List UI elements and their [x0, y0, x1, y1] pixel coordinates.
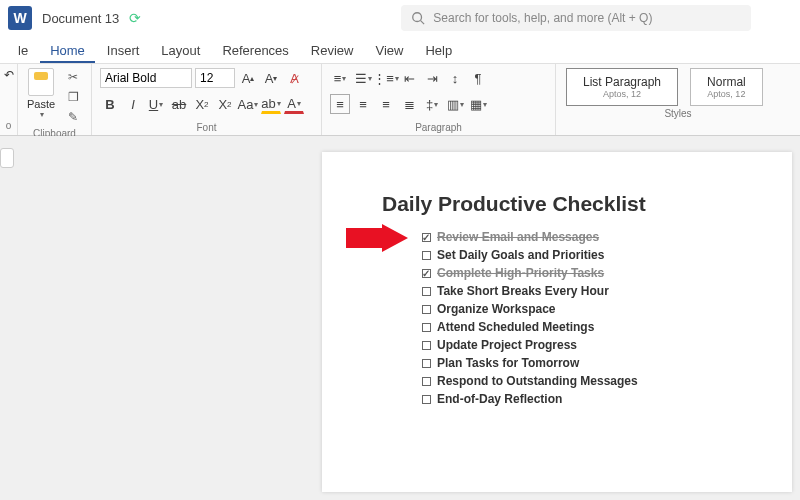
font-size-select[interactable]	[195, 68, 235, 88]
subscript-button[interactable]: X2	[192, 94, 212, 114]
ribbon: ↶ o Paste ▾ ✂ ❐ ✎ Clipboard A▴ A▾ A̷	[0, 64, 800, 136]
menu-home[interactable]: Home	[40, 38, 95, 63]
bullets-button[interactable]: ≡▾	[330, 68, 350, 88]
checkbox-icon[interactable]	[422, 323, 431, 332]
menu-insert[interactable]: Insert	[97, 38, 150, 63]
document-title: Document 13	[42, 11, 119, 26]
highlight-button[interactable]: ab▾	[261, 94, 281, 114]
justify-button[interactable]: ≣	[399, 94, 419, 114]
clear-format-icon[interactable]: A̷	[284, 68, 304, 88]
checklist-item[interactable]: Take Short Breaks Every Hour	[422, 282, 762, 300]
superscript-button[interactable]: X2	[215, 94, 235, 114]
font-color-button[interactable]: A▾	[284, 94, 304, 114]
styles-group: List ParagraphAptos, 12NormalAptos, 12 S…	[556, 64, 800, 135]
search-box[interactable]: Search for tools, help, and more (Alt + …	[401, 5, 751, 31]
indent-inc-button[interactable]: ⇥	[422, 68, 442, 88]
menu-help[interactable]: Help	[415, 38, 462, 63]
checkbox-icon[interactable]	[422, 269, 431, 278]
paragraph-group: ≡▾ ☰▾ ⋮≡▾ ⇤ ⇥ ↕ ¶ ≡ ≡ ≡ ≣ ‡▾ ▥▾ ▦▾ Parag…	[322, 64, 556, 135]
ribbon-collapse[interactable]: ↶ o	[0, 64, 18, 135]
paste-button[interactable]: Paste ▾	[26, 68, 56, 119]
side-pane-tab[interactable]	[0, 148, 14, 168]
clipboard-group: Paste ▾ ✂ ❐ ✎ Clipboard	[18, 64, 92, 135]
format-painter-icon[interactable]: ✎	[63, 108, 83, 126]
sort-button[interactable]: ↕	[445, 68, 465, 88]
line-spacing-button[interactable]: ‡▾	[422, 94, 442, 114]
shrink-font-icon[interactable]: A▾	[261, 68, 281, 88]
checklist-item[interactable]: Complete High-Priority Tasks	[422, 264, 762, 282]
checklist-item[interactable]: Update Project Progress	[422, 336, 762, 354]
checkbox-icon[interactable]	[422, 395, 431, 404]
search-placeholder: Search for tools, help, and more (Alt + …	[433, 11, 652, 25]
cut-icon[interactable]: ✂	[63, 68, 83, 86]
style-gallery: List ParagraphAptos, 12NormalAptos, 12	[566, 68, 790, 106]
document-area: Daily Productive Checklist Review Email …	[0, 136, 800, 500]
font-name-select[interactable]	[100, 68, 192, 88]
undo-icon[interactable]: ↶	[4, 68, 14, 82]
checklist-item[interactable]: Plan Tasks for Tomorrow	[422, 354, 762, 372]
checkbox-icon[interactable]	[422, 287, 431, 296]
align-center-button[interactable]: ≡	[353, 94, 373, 114]
checklist-item[interactable]: Attend Scheduled Meetings	[422, 318, 762, 336]
checklist-item[interactable]: Respond to Outstanding Messages	[422, 372, 762, 390]
word-app-icon: W	[8, 6, 32, 30]
autosave-icon[interactable]: ⟳	[129, 10, 141, 26]
menu-layout[interactable]: Layout	[151, 38, 210, 63]
align-right-button[interactable]: ≡	[376, 94, 396, 114]
italic-button[interactable]: I	[123, 94, 143, 114]
case-button[interactable]: Aa▾	[238, 94, 258, 114]
doc-heading: Daily Productive Checklist	[382, 192, 762, 216]
strike-button[interactable]: ab	[169, 94, 189, 114]
copy-icon[interactable]: ❐	[63, 88, 83, 106]
checklist-item[interactable]: Set Daily Goals and Priorities	[422, 246, 762, 264]
search-icon	[411, 11, 425, 25]
font-label: Font	[100, 122, 313, 133]
checklist-item[interactable]: Review Email and Messages	[422, 228, 762, 246]
svg-line-1	[421, 21, 425, 25]
checkbox-icon[interactable]	[422, 359, 431, 368]
checkbox-icon[interactable]	[422, 233, 431, 242]
shading-button[interactable]: ▥▾	[445, 94, 465, 114]
bold-button[interactable]: B	[100, 94, 120, 114]
align-left-button[interactable]: ≡	[330, 94, 350, 114]
paragraph-label: Paragraph	[330, 122, 547, 133]
underline-button[interactable]: U▾	[146, 94, 166, 114]
menu-references[interactable]: References	[212, 38, 298, 63]
indent-dec-button[interactable]: ⇤	[399, 68, 419, 88]
menu-view[interactable]: View	[365, 38, 413, 63]
title-bar: W Document 13 ⟳ Search for tools, help, …	[0, 0, 800, 36]
checkbox-icon[interactable]	[422, 341, 431, 350]
paste-icon	[28, 68, 54, 96]
grow-font-icon[interactable]: A▴	[238, 68, 258, 88]
menu-le[interactable]: le	[8, 38, 38, 63]
show-marks-button[interactable]: ¶	[468, 68, 488, 88]
menu-review[interactable]: Review	[301, 38, 364, 63]
font-group: A▴ A▾ A̷ B I U▾ ab X2 X2 Aa▾ ab▾ A▾ Font	[92, 64, 322, 135]
checklist-item[interactable]: Organize Workspace	[422, 300, 762, 318]
page[interactable]: Daily Productive Checklist Review Email …	[322, 152, 792, 492]
menu-bar: leHomeInsertLayoutReferencesReviewViewHe…	[0, 36, 800, 64]
checkbox-icon[interactable]	[422, 377, 431, 386]
numbering-button[interactable]: ☰▾	[353, 68, 373, 88]
svg-point-0	[413, 13, 422, 22]
checklist: Review Email and MessagesSet Daily Goals…	[382, 228, 762, 408]
borders-button[interactable]: ▦▾	[468, 94, 488, 114]
styles-label: Styles	[566, 108, 790, 119]
style-card[interactable]: NormalAptos, 12	[690, 68, 763, 106]
multilevel-button[interactable]: ⋮≡▾	[376, 68, 396, 88]
checkbox-icon[interactable]	[422, 305, 431, 314]
style-card[interactable]: List ParagraphAptos, 12	[566, 68, 678, 106]
checklist-item[interactable]: End-of-Day Reflection	[422, 390, 762, 408]
checkbox-icon[interactable]	[422, 251, 431, 260]
